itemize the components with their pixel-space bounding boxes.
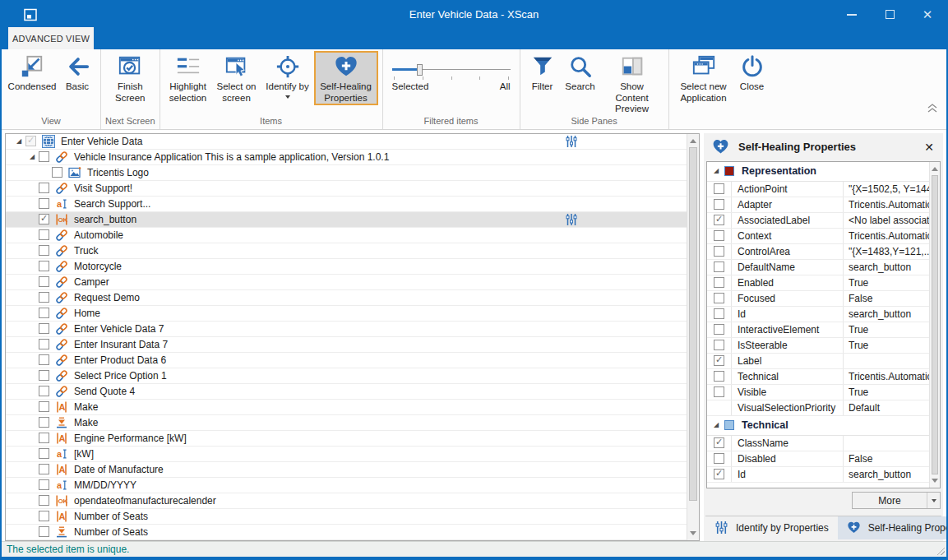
collapse-ribbon-chevron[interactable]	[927, 104, 938, 113]
close-xscan-button[interactable]: Close	[734, 51, 770, 93]
property-value[interactable]: Default	[844, 400, 929, 415]
property-value[interactable]: False	[844, 291, 929, 306]
show-content-preview-button[interactable]: Show Content Preview	[600, 51, 664, 115]
tree-row[interactable]: Visit Support!	[6, 181, 687, 197]
property-checkbox[interactable]	[714, 371, 724, 382]
property-checkbox[interactable]	[714, 215, 724, 225]
property-row[interactable]: ControlArea"{X=1483,Y=121,...	[707, 244, 929, 260]
property-value[interactable]: "{X=1483,Y=121,...	[844, 244, 929, 259]
tree-row[interactable]: OKsearch_button	[6, 212, 687, 228]
minimize-button[interactable]	[833, 2, 871, 27]
tree-item-checkbox[interactable]	[39, 229, 49, 240]
maximize-button[interactable]	[871, 2, 909, 27]
tree-item-checkbox[interactable]	[39, 198, 49, 209]
finish-screen-button[interactable]: Finish Screen	[106, 51, 154, 104]
tree-row[interactable]: ◢Enter Vehicle Data	[6, 134, 687, 150]
slider-handle[interactable]	[417, 64, 423, 76]
property-checkbox[interactable]	[714, 308, 724, 319]
tree-row[interactable]: Enter Vehicle Data 7	[6, 322, 687, 337]
tree-item-checkbox[interactable]	[39, 448, 49, 459]
property-checkbox[interactable]	[714, 355, 724, 366]
tree-item-checkbox[interactable]	[39, 276, 49, 287]
tree-item-checkbox[interactable]	[39, 261, 49, 271]
property-checkbox[interactable]	[714, 324, 724, 335]
scroll-up-arrow[interactable]	[930, 163, 940, 175]
tree-item-checkbox[interactable]	[39, 214, 49, 224]
property-row[interactable]: DisabledFalse	[707, 451, 929, 467]
basic-button[interactable]: Basic	[58, 51, 96, 93]
tree-row[interactable]: Tricentis Logo	[6, 165, 687, 181]
tab-advanced-view[interactable]: ADVANCED VIEW	[8, 27, 94, 49]
expander-icon[interactable]: ◢	[12, 138, 25, 145]
tree-scrollbar[interactable]	[687, 134, 699, 540]
tree-item-checkbox[interactable]	[39, 386, 49, 396]
tree-row[interactable]: a[kW]	[6, 447, 687, 462]
tree-row[interactable]: Truck	[6, 243, 687, 259]
property-row[interactable]: ActionPoint"{X=1502,5, Y=144...	[707, 182, 929, 197]
tree-item-checkbox[interactable]	[39, 354, 49, 365]
tree-item-checkbox[interactable]	[39, 511, 49, 521]
tree-row[interactable]: aMM/DD/YYYY	[6, 478, 687, 493]
tree-item-checkbox[interactable]	[39, 323, 49, 334]
tree-item-checkbox[interactable]	[39, 495, 49, 506]
tree-item-checkbox[interactable]	[39, 339, 49, 349]
filter-button[interactable]: Filter	[525, 51, 561, 93]
tree-row[interactable]: Request Demo	[6, 290, 687, 306]
tree-row[interactable]: OKopendateofmanufacturecalender	[6, 493, 687, 509]
tree-item-checkbox[interactable]	[39, 308, 49, 318]
tree-item-checkbox[interactable]	[39, 479, 49, 490]
property-value[interactable]: search_button	[844, 260, 929, 275]
property-value[interactable]	[844, 436, 929, 451]
property-value[interactable]: True	[844, 385, 929, 400]
tab-self-healing-properties[interactable]: Self-Healing Propert...	[838, 516, 948, 539]
property-section-header[interactable]: ◢Representation	[707, 162, 929, 182]
property-checkbox[interactable]	[714, 277, 724, 288]
property-value[interactable]: <No label associate...	[844, 213, 929, 228]
tree-item-checkbox[interactable]	[39, 292, 49, 303]
property-checkbox[interactable]	[714, 469, 724, 479]
property-value[interactable]: Tricentis.Automatio...	[844, 369, 929, 384]
scroll-thumb[interactable]	[932, 175, 938, 474]
tree-row[interactable]: AMake	[6, 400, 687, 415]
tree-item-checkbox[interactable]	[39, 417, 49, 428]
tree-row[interactable]: aSearch Support...	[6, 197, 687, 212]
tree-item-checkbox[interactable]	[52, 167, 62, 178]
scroll-down-arrow[interactable]	[687, 527, 699, 539]
tree-row[interactable]: Send Quote 4	[6, 384, 687, 400]
resize-grip[interactable]	[936, 546, 945, 555]
property-value[interactable]: Tricentis.Automatio...	[844, 229, 929, 243]
tree-item-checkbox[interactable]	[39, 151, 49, 162]
property-row[interactable]: DefaultNamesearch_button	[707, 260, 929, 275]
property-row[interactable]: Idsearch_button	[707, 467, 929, 483]
tree-item-checkbox[interactable]	[39, 370, 49, 381]
property-value[interactable]: "{X=1502,5, Y=144...	[844, 182, 929, 197]
identify-by-properties-icon[interactable]	[565, 135, 578, 148]
identify-by-properties-icon[interactable]	[565, 213, 578, 226]
tree-row[interactable]: Motorcycle	[6, 259, 687, 275]
select-on-screen-button[interactable]: Select on screen	[212, 51, 261, 104]
tree-row[interactable]: Automobile	[6, 228, 687, 243]
property-checkbox[interactable]	[714, 386, 724, 397]
close-window-button[interactable]: ✕	[909, 2, 946, 27]
property-checkbox[interactable]	[714, 340, 724, 350]
property-row[interactable]: Idsearch_button	[707, 307, 929, 322]
property-checkbox[interactable]	[714, 183, 724, 194]
tab-identify-by-properties[interactable]: Identify by Properties	[705, 516, 838, 539]
property-value[interactable]: True	[844, 338, 929, 353]
tree-item-checkbox[interactable]	[39, 433, 49, 443]
property-checkbox[interactable]	[714, 230, 724, 241]
property-row[interactable]: ClassName	[707, 436, 929, 451]
grid-scrollbar[interactable]	[929, 162, 940, 488]
expander-icon[interactable]: ◢	[710, 422, 722, 428]
expander-icon[interactable]: ◢	[25, 154, 39, 160]
property-row[interactable]: Label	[707, 354, 929, 369]
tree-item-checkbox[interactable]	[39, 526, 49, 537]
tree-row[interactable]: Camper	[6, 275, 687, 290]
tree-item-checkbox[interactable]	[39, 245, 49, 256]
property-checkbox[interactable]	[714, 199, 724, 210]
tree-row[interactable]: Home	[6, 306, 687, 322]
scroll-up-arrow[interactable]	[687, 135, 699, 147]
tree-item-checkbox[interactable]	[39, 401, 49, 412]
scroll-down-arrow[interactable]	[930, 474, 940, 487]
property-row[interactable]: FocusedFalse	[707, 291, 929, 307]
